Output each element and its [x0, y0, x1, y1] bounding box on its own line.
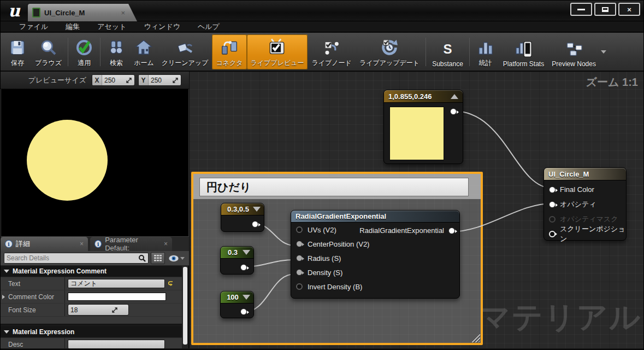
collapse-down-icon[interactable] — [243, 250, 250, 255]
constant-radius-node[interactable]: 0.3 — [220, 246, 254, 275]
drag-resize-icon[interactable] — [125, 78, 134, 83]
input-pin-density[interactable] — [296, 269, 303, 276]
input-pin-row: Density (S) — [291, 265, 459, 279]
menu-asset[interactable]: アセット — [88, 22, 135, 32]
zoom-level-label: ズーム 1:1 — [586, 75, 638, 90]
material-asset-icon — [32, 8, 40, 18]
rge-node-header[interactable]: RadialGradientExponential — [291, 211, 459, 223]
drag-resize-icon[interactable] — [172, 78, 181, 83]
tab-parameter-defaults[interactable]: i Parameter Default: × — [90, 237, 172, 251]
comment-color-label: Comment Color — [1, 290, 65, 303]
radial-gradient-exponential-node[interactable]: RadialGradientExponential UVs (V2) Cente… — [291, 210, 460, 299]
reset-to-default-icon[interactable] — [168, 281, 174, 287]
restore-button[interactable] — [594, 3, 616, 16]
collapse-down-icon[interactable] — [253, 207, 261, 212]
menu-edit[interactable]: 編集 — [57, 22, 88, 32]
view-options-button[interactable] — [167, 255, 186, 262]
text-row: Text — [1, 277, 182, 290]
save-button[interactable]: 保存 — [4, 34, 31, 69]
material-graph-canvas[interactable]: ズーム 1:1 マテリアル 円ひだり 1,0.855,0.2 — [190, 72, 644, 348]
find-button[interactable]: 検索 — [103, 34, 130, 69]
constant-color-node[interactable]: 1,0.855,0.246 — [383, 90, 463, 164]
home-button[interactable]: ホーム — [130, 34, 158, 69]
desc-row: Desc — [1, 338, 182, 348]
browse-button[interactable]: ブラウズ — [31, 34, 66, 69]
menu-file[interactable]: ファイル — [10, 22, 57, 32]
minimize-button[interactable] — [570, 3, 592, 16]
constant-color-node-header[interactable]: 1,0.855,0.246 — [384, 90, 463, 103]
comment-title-field[interactable]: 円ひだり — [199, 178, 469, 196]
material-output-node-header[interactable]: UI_Circle_M — [544, 168, 626, 180]
home-icon — [134, 38, 153, 57]
output-pin-row: RadialGradientExponential — [359, 226, 455, 235]
screen-position-pin[interactable] — [549, 231, 556, 237]
constant2-node[interactable]: 0.3,0.5 — [221, 203, 264, 232]
output-pin[interactable] — [448, 228, 455, 234]
comment-color-row: Comment Color — [1, 290, 182, 304]
tab-close-icon[interactable]: × — [164, 240, 168, 248]
comment-title: 円ひだり — [206, 180, 251, 195]
output-pin[interactable] — [240, 264, 247, 271]
search-details-input[interactable] — [7, 254, 138, 262]
property-matrix-button[interactable] — [151, 252, 165, 264]
comment-color-swatch[interactable] — [68, 293, 166, 301]
apply-button[interactable]: 適用 — [70, 34, 98, 69]
close-button[interactable]: × — [618, 3, 640, 16]
output-pin[interactable] — [240, 308, 247, 315]
material-output-node[interactable]: UI_Circle_M Final Color オパシティ オパシティマスク ス… — [543, 167, 627, 241]
font-size-row: Font Size — [1, 304, 182, 317]
comment-resize-grip[interactable] — [471, 334, 480, 342]
collapse-up-icon[interactable] — [451, 94, 458, 99]
collapse-down-icon[interactable] — [243, 295, 250, 300]
cleanup-button[interactable]: クリーンアップ — [158, 34, 212, 69]
font-size-input[interactable] — [68, 306, 111, 314]
drag-resize-icon[interactable] — [111, 307, 120, 313]
input-pin-invert-density[interactable] — [296, 283, 303, 290]
input-pin-uvs[interactable] — [296, 226, 303, 233]
preview-size-x-input[interactable] — [102, 77, 125, 84]
live-nodes-icon — [322, 38, 341, 57]
expander-arrow-icon[interactable] — [2, 295, 5, 299]
apply-icon — [74, 38, 94, 57]
font-size-stepper[interactable] — [68, 304, 129, 316]
live-nodes-button[interactable]: ライブノード — [308, 34, 355, 69]
constant-density-node[interactable]: 100 — [220, 291, 254, 318]
comment-text-input[interactable] — [68, 279, 165, 288]
preview-nodes-button[interactable]: Preview Nodes — [548, 34, 600, 69]
preview-size-y-stepper[interactable]: Y — [138, 74, 181, 86]
input-pin-radius[interactable] — [296, 255, 303, 261]
constant-radius-node-header[interactable]: 0.3 — [221, 247, 253, 259]
menu-window[interactable]: ウィンドウ — [135, 22, 189, 32]
document-tab[interactable]: UI_Circle_M × — [28, 4, 137, 21]
tab-close-icon[interactable]: × — [121, 9, 125, 17]
live-update-button[interactable]: ライブアップデート — [356, 34, 423, 69]
details-scrollbar[interactable] — [182, 266, 188, 348]
constant2-node-header[interactable]: 0.3,0.5 — [221, 203, 264, 215]
comment-header[interactable]: 円ひだり — [193, 174, 481, 199]
desc-input[interactable] — [68, 340, 165, 348]
stats-button[interactable]: 統計 — [472, 34, 499, 69]
input-pin-centerposition[interactable] — [296, 241, 303, 247]
preview-size-y-input[interactable] — [149, 77, 172, 84]
platform-stats-button[interactable]: Platform Stats — [499, 34, 548, 69]
connector-icon — [220, 38, 239, 57]
final-color-pin[interactable] — [549, 186, 556, 193]
scrollbar-thumb[interactable] — [183, 267, 187, 345]
preview-nodes-dropdown-caret[interactable] — [601, 50, 606, 54]
substance-button[interactable]: S Substance — [428, 34, 467, 69]
material-preview-viewport[interactable] — [1, 89, 189, 237]
search-field[interactable] — [4, 253, 149, 264]
menu-help[interactable]: ヘルプ — [189, 22, 228, 32]
opacity-pin[interactable] — [549, 201, 556, 208]
connectors-button[interactable]: コネクタ — [212, 34, 246, 69]
constant-density-node-header[interactable]: 100 — [221, 291, 253, 304]
tab-close-icon[interactable]: × — [80, 240, 84, 248]
section-material-expression-comment[interactable]: Material Expression Comment — [1, 266, 182, 277]
output-pin[interactable] — [252, 221, 258, 228]
tab-details[interactable]: i 詳細 × — [1, 237, 88, 251]
toolbar: 保存 ブラウズ 適用 検索 ホーム クリーンアップ コネクタ — [1, 33, 644, 72]
preview-size-x-stepper[interactable]: X — [92, 74, 135, 86]
output-pin[interactable] — [450, 108, 457, 115]
live-preview-button[interactable]: ライブプレビュー — [247, 34, 308, 69]
section-material-expression[interactable]: Material Expression — [1, 326, 182, 338]
